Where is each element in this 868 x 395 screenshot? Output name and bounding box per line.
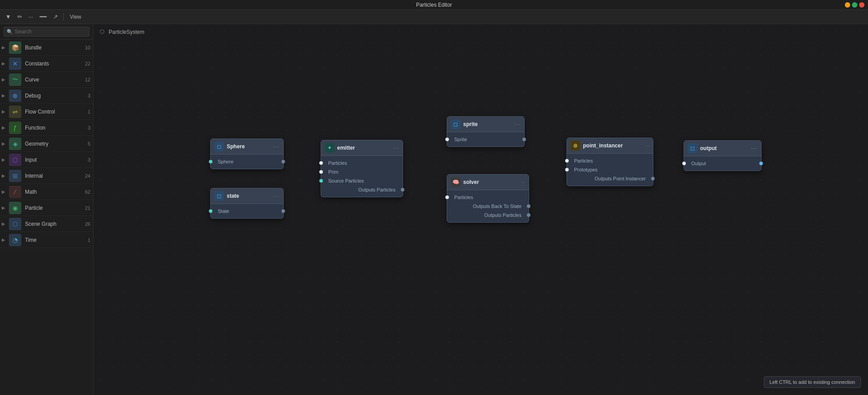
sphere-output-label: Sphere [214, 159, 233, 164]
bundle-icon: 📦 [9, 41, 21, 54]
state-node-body: State [211, 204, 283, 218]
output-input-dot [682, 162, 686, 165]
node-solver[interactable]: 🧠 solver ·· Particles Outputs Back To St… [447, 174, 529, 223]
dropdown-button[interactable]: ▼ [4, 12, 13, 21]
output-node-title: output [700, 145, 748, 151]
state-right-dot [281, 209, 285, 213]
chevron-icon: ▶ [2, 173, 9, 178]
close-button[interactable] [859, 2, 864, 8]
solver-particles-out-dot [527, 213, 530, 217]
sidebar-count-math: 62 [82, 189, 90, 195]
sphere-node-icon: ◻ [214, 142, 224, 151]
emitter-output-label: Outputs Particles [325, 187, 399, 192]
chevron-icon: ▶ [2, 61, 9, 66]
geometry-icon: ◈ [9, 138, 21, 150]
sidebar-label-geometry: Geometry [25, 141, 82, 147]
sidebar-item-geometry[interactable]: ▶ ◈ Geometry 5 [0, 136, 93, 152]
sidebar-count-constants: 22 [82, 61, 90, 66]
sprite-output-port: Sprite [447, 135, 524, 144]
pi-particles-port: Particles [567, 156, 653, 165]
output-input-label: Output [688, 161, 706, 166]
hint-text: Left CTRL to add to existing connection [764, 376, 861, 388]
dots-button[interactable]: ··· [27, 12, 35, 21]
emitter-particles-label: Particles [325, 160, 347, 166]
pi-particles-dot [565, 159, 569, 163]
node-output[interactable]: ◻ output ···· Output [684, 140, 762, 171]
node-point-instancer[interactable]: ⊛ point_instancer ·· Particles Prototype… [566, 138, 653, 186]
solver-particles-dot [445, 195, 449, 199]
emitter-source-dot [319, 179, 323, 183]
sphere-menu-dots[interactable]: ···· [273, 144, 280, 149]
sprite-output-dot [445, 138, 449, 141]
solver-menu-dots[interactable]: ·· [522, 180, 525, 185]
emitter-node-body: Particles Prim Source Particles Outputs … [321, 156, 403, 197]
emitter-prim-label: Prim [325, 169, 338, 175]
chevron-icon: ▶ [2, 45, 9, 50]
sidebar-item-math[interactable]: ▶ ∕ Math 62 [0, 184, 93, 200]
chevron-icon: ▶ [2, 93, 9, 98]
view-label[interactable]: View [67, 13, 84, 21]
output-menu-dots[interactable]: ···· [751, 146, 758, 151]
sidebar-item-function[interactable]: ▶ ƒ Function 3 [0, 120, 93, 136]
toolbar-separator [63, 13, 64, 21]
maximize-button[interactable] [852, 2, 857, 8]
point-instancer-node-icon: ⊛ [571, 141, 580, 151]
solver-output-back-label: Outputs Back To State [451, 204, 525, 209]
sprite-menu-dots[interactable]: ···· [514, 122, 521, 127]
emitter-particles-port: Particles [321, 159, 403, 167]
sprite-output-label: Sprite [451, 137, 467, 142]
time-icon: ◔ [9, 234, 21, 246]
minimize-button[interactable] [845, 2, 850, 8]
solver-particles-label: Particles [451, 195, 473, 200]
emitter-output-dot [401, 188, 404, 191]
node-sprite[interactable]: ◻ sprite ···· Sprite [447, 116, 525, 147]
chevron-icon: ▶ [2, 189, 9, 194]
sidebar-item-flowcontrol[interactable]: ▶ ⇌ Flow Control 1 [0, 104, 93, 120]
sidebar-count-function: 3 [82, 125, 90, 130]
node-sphere[interactable]: ◻ Sphere ···· Sphere [210, 138, 284, 169]
sidebar-item-time[interactable]: ▶ ◔ Time 1 [0, 232, 93, 248]
node-output-header: ◻ output ···· [684, 141, 761, 156]
sphere-output-dot [209, 160, 212, 163]
sidebar-item-bundle[interactable]: ▶ 📦 Bundle 10 [0, 40, 93, 56]
debug-icon: ⊕ [9, 90, 21, 102]
dash-button[interactable]: ━━ [38, 12, 49, 21]
sidebar-count-geometry: 5 [82, 141, 90, 147]
breadcrumb-icon: ⬡ [100, 29, 107, 36]
chevron-icon: ▶ [2, 205, 9, 210]
node-emitter[interactable]: ✦ emitter ··· Particles Prim Source Part… [321, 140, 403, 197]
sidebar-item-scenegraph[interactable]: ▶ ⬡ Scene Graph 26 [0, 216, 93, 232]
emitter-menu-dots[interactable]: ··· [394, 146, 399, 151]
pi-prototypes-label: Prototypes [571, 167, 598, 172]
emitter-node-title: emitter [337, 145, 391, 151]
point-instancer-menu-dots[interactable]: ·· [646, 143, 649, 148]
sidebar-count-input: 3 [82, 157, 90, 163]
canvas-area[interactable]: ⬡ ParticleSystem ◻ Sphere [94, 24, 868, 395]
arrow-button[interactable]: ↗ [51, 12, 60, 21]
sidebar-item-curve[interactable]: ▶ 〜 Curve 12 [0, 72, 93, 88]
solver-back-dot [527, 204, 530, 208]
node-state[interactable]: ◻ state ···· State [210, 188, 284, 219]
sidebar-item-input[interactable]: ▶ ⬡ Input 3 [0, 152, 93, 168]
scenegraph-icon: ⬡ [9, 218, 21, 230]
pencil-button[interactable]: ✏ [16, 12, 24, 21]
search-input[interactable] [4, 27, 90, 37]
dots-icon: ··· [29, 13, 33, 20]
app-title: Particles Editor [416, 2, 452, 8]
state-menu-dots[interactable]: ···· [273, 194, 280, 199]
solver-particles-port: Particles [447, 193, 529, 202]
solver-output-particles-port: Outputs Particles [447, 211, 529, 220]
sidebar-count-flowcontrol: 1 [82, 109, 90, 114]
sidebar-item-debug[interactable]: ▶ ⊕ Debug 3 [0, 88, 93, 104]
sidebar-item-particle[interactable]: ▶ ◉ Particle 21 [0, 200, 93, 216]
sidebar-label-curve: Curve [25, 77, 82, 83]
arrow-icon: ↗ [53, 13, 58, 20]
sidebar-item-internal[interactable]: ▶ ⊞ Internal 24 [0, 168, 93, 184]
flow-icon: ⇌ [9, 106, 21, 118]
solver-node-body: Particles Outputs Back To State Outputs … [447, 190, 529, 222]
sidebar-item-constants[interactable]: ▶ ✕ Constants 22 [0, 56, 93, 72]
pi-prototypes-port: Prototypes [567, 165, 653, 174]
search-wrapper: 🔍 [4, 27, 90, 37]
sidebar-count-time: 1 [82, 237, 90, 243]
sidebar-label-time: Time [25, 237, 82, 243]
